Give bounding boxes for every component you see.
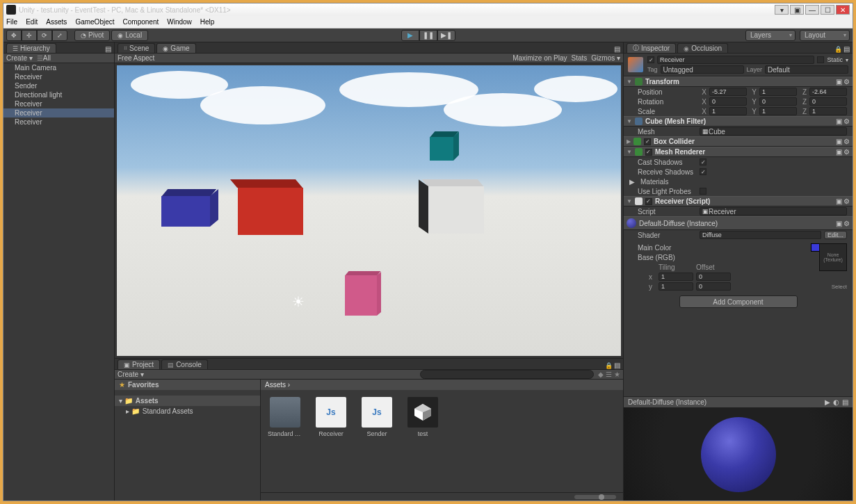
collapse-icon[interactable]: ▼ [627,118,632,124]
collapse-icon[interactable]: ▼ [627,198,632,204]
scale-y-input[interactable]: 1 [759,107,797,115]
menu-window[interactable]: Window [167,18,192,26]
component-enabled-checkbox[interactable]: ✓ [644,138,651,145]
expand-icon[interactable]: ▶ [627,138,631,145]
scene-tab[interactable]: ⌗ Scene [118,43,155,53]
gear-icon[interactable]: ⚙ [843,117,850,125]
preview-play-icon[interactable]: ▶ [825,398,830,406]
rot-y-input[interactable]: 0 [759,97,797,106]
help-icon[interactable]: ▣ [836,78,842,86]
light-probes-checkbox[interactable] [700,188,706,195]
gear-icon[interactable]: ⚙ [843,138,850,145]
asset-item-scene[interactable]: test [405,397,440,437]
project-tree-item[interactable]: ▸ 📁Standard Assets [115,406,260,416]
hierarchy-item[interactable]: Receiver [3,108,114,117]
hierarchy-item[interactable]: Receiver [3,117,114,127]
hierarchy-item[interactable]: Receiver [3,99,114,108]
active-checkbox[interactable]: ✓ [647,56,654,63]
static-dropdown-icon[interactable]: ▾ [846,57,848,63]
lock-icon[interactable]: 🔒 [834,46,842,53]
gear-icon[interactable]: ⚙ [843,78,850,86]
menu-edit[interactable]: Edit [26,18,38,26]
help-icon[interactable]: ▣ [836,197,842,205]
menu-component[interactable]: Component [123,18,159,26]
pos-y-input[interactable]: 1 [759,88,797,96]
collapse-icon[interactable]: ▼ [627,149,632,155]
favorites-header[interactable]: ★Favorites [115,380,260,390]
help-icon[interactable]: ▣ [836,148,842,156]
asset-item-script[interactable]: JsSender [360,397,394,437]
hierarchy-item[interactable]: Sender [3,81,114,90]
menu-gameobject[interactable]: GameObject [75,18,114,26]
gear-icon[interactable]: ⚙ [843,220,850,227]
project-breadcrumb[interactable]: Assets › [261,380,623,390]
asset-item-script[interactable]: JsReceiver [314,397,348,437]
move-tool-button[interactable]: ✢ [22,30,37,41]
lock-icon[interactable]: 🔒 [605,362,613,369]
pos-z-input[interactable]: -2.64 [809,88,847,96]
project-tab[interactable]: ▣ Project [118,359,160,369]
asset-size-slider[interactable] [574,495,616,499]
maximize-button[interactable]: ☐ [821,5,834,15]
aux-button-2[interactable]: ▣ [790,5,804,15]
offset-y-input[interactable]: 0 [696,282,731,291]
menu-file[interactable]: File [6,18,17,26]
maximize-on-play-toggle[interactable]: Maximize on Play [512,54,567,62]
asset-item-folder[interactable]: Standard A... [268,397,302,437]
scale-tool-button[interactable]: ⤢ [52,30,67,41]
material-preview[interactable] [624,407,853,501]
layer-dropdown[interactable]: Default [765,65,848,74]
gear-icon[interactable]: ⚙ [843,148,850,156]
project-create-dropdown[interactable]: Create ▾ [118,371,144,378]
pivot-toggle[interactable]: ◔ Pivot [74,30,110,41]
step-button[interactable]: ▶❚ [437,30,455,41]
receive-shadows-checkbox[interactable]: ✓ [700,168,706,175]
help-icon[interactable]: ▣ [836,220,842,227]
panel-menu-icon[interactable]: ▤ [614,45,620,53]
assets-header[interactable]: ▾ 📁Assets [115,396,260,406]
shader-dropdown[interactable]: Diffuse [700,231,821,239]
game-viewport[interactable]: ☀ [117,65,621,356]
tag-dropdown[interactable]: Untagged [661,65,744,74]
mesh-field[interactable]: ▦ Cube [700,127,847,136]
inspector-tab[interactable]: ⓘ Inspector [627,43,676,53]
shader-edit-button[interactable]: Edit... [824,231,847,239]
texture-select-button[interactable]: Select [832,284,847,290]
console-tab[interactable]: ▤ Console [161,359,208,369]
preview-menu-icon[interactable]: ▤ [842,398,848,406]
help-icon[interactable]: ▣ [836,117,842,125]
gear-icon[interactable]: ⚙ [843,197,850,205]
occlusion-tab[interactable]: ◉ Occlusion [677,43,728,53]
panel-menu-icon[interactable]: ▤ [105,45,111,53]
hand-tool-button[interactable]: ✥ [6,30,22,41]
game-tab[interactable]: ◉ Game [156,43,195,53]
script-field[interactable]: ▣ Receiver [700,207,847,216]
component-enabled-checkbox[interactable]: ✓ [645,149,652,156]
tiling-y-input[interactable]: 1 [659,282,693,291]
rot-x-input[interactable]: 0 [709,97,747,106]
play-button[interactable]: ▶ [401,30,419,41]
hierarchy-tab[interactable]: ☰ Hierarchy [6,43,56,53]
cast-shadows-checkbox[interactable]: ✓ [700,158,706,165]
texture-slot[interactable]: None (Texture) [819,243,847,271]
aspect-dropdown[interactable]: Free Aspect [118,54,154,62]
layout-dropdown[interactable]: Layout [800,30,850,41]
collapse-icon[interactable]: ▼ [627,79,632,85]
preview-light-icon[interactable]: ◐ [833,398,839,406]
panel-menu-icon[interactable]: ▤ [614,361,620,369]
stats-toggle[interactable]: Stats [572,54,588,62]
aux-button-1[interactable]: ▾ [775,5,789,15]
panel-menu-icon[interactable]: ▤ [843,45,850,53]
static-checkbox[interactable] [817,56,824,63]
scale-x-input[interactable]: 1 [709,107,747,115]
hierarchy-create-dropdown[interactable]: Create ▾ [6,54,33,62]
menu-assets[interactable]: Assets [46,18,67,26]
hierarchy-filter-all[interactable]: ☰All [37,54,51,62]
local-toggle[interactable]: ◉ Local [111,30,148,41]
project-search-input[interactable] [420,370,594,379]
offset-x-input[interactable]: 0 [696,273,731,281]
rot-z-input[interactable]: 0 [809,97,847,106]
add-component-button[interactable]: Add Component [679,295,798,308]
component-enabled-checkbox[interactable]: ✓ [645,198,652,205]
scale-z-input[interactable]: 1 [809,107,847,115]
